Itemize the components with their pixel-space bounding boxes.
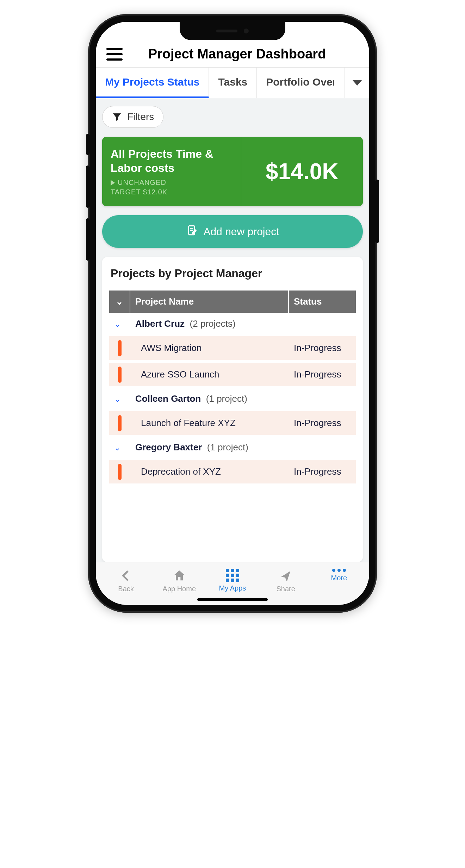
kpi-change: UNCHANGED — [111, 179, 232, 187]
group-row[interactable]: ⌄ Gregory Baxter (1 project) — [109, 436, 356, 458]
bottom-nav: Back App Home My Apps Share More — [96, 562, 369, 605]
add-project-label: Add new project — [203, 226, 279, 238]
chevron-left-icon — [119, 569, 133, 583]
device-notch — [180, 22, 285, 40]
nav-label: App Home — [163, 585, 196, 593]
manager-count: (1 project) — [206, 393, 247, 404]
tab-tasks[interactable]: Tasks — [209, 68, 257, 98]
manager-count: (1 project) — [207, 442, 248, 452]
group-row[interactable]: ⌄ Colleen Garton (1 project) — [109, 388, 356, 410]
grid-icon — [226, 569, 239, 582]
add-new-project-button[interactable]: Add new project — [102, 215, 363, 248]
document-edit-icon — [186, 224, 198, 239]
table-header-row: ⌄ Project Name Status — [109, 291, 356, 313]
status-color-bar — [118, 340, 122, 356]
project-status-cell: In-Progress — [289, 410, 356, 436]
kpi-card-labor-costs[interactable]: All Projects Time & Labor costs UNCHANGE… — [102, 137, 363, 206]
kpi-target: TARGET $12.0K — [111, 188, 232, 196]
nav-my-apps[interactable]: My Apps — [213, 569, 252, 592]
header-status[interactable]: Status — [289, 291, 356, 313]
menu-icon[interactable] — [106, 48, 123, 61]
projects-table-wrap[interactable]: ⌄ Project Name Status ⌄ Alber — [109, 291, 356, 562]
home-icon — [172, 569, 186, 583]
nav-label: My Apps — [219, 584, 246, 592]
manager-name: Albert Cruz — [135, 318, 185, 329]
filters-button[interactable]: Filters — [102, 106, 163, 128]
header-project-name[interactable]: Project Name — [130, 291, 289, 313]
projects-by-manager-card: Projects by Project Manager ⌄ Project Na… — [102, 257, 363, 562]
table-row[interactable]: Deprecation of XYZ In-Progress — [109, 458, 356, 485]
group-row[interactable]: ⌄ Albert Cruz (2 projects) — [109, 313, 356, 335]
funnel-icon — [112, 112, 122, 122]
home-indicator — [197, 598, 268, 601]
nav-label: Back — [118, 585, 134, 593]
chevron-down-icon: ⌄ — [116, 296, 123, 307]
project-name-cell: Azure SSO Launch — [130, 361, 289, 388]
nav-more[interactable]: More — [320, 569, 358, 582]
dashboard-body: Filters All Projects Time & Labor costs … — [96, 98, 369, 562]
manager-name: Gregory Baxter — [135, 442, 202, 452]
caret-down-icon — [352, 80, 362, 86]
kpi-title: All Projects Time & Labor costs — [111, 147, 232, 175]
tabs-overflow-dropdown[interactable] — [345, 68, 369, 98]
project-name-cell: Deprecation of XYZ — [130, 458, 289, 485]
status-color-bar — [118, 464, 122, 480]
kpi-left: All Projects Time & Labor costs UNCHANGE… — [102, 137, 241, 206]
chevron-down-icon: ⌄ — [114, 320, 120, 329]
kpi-value: $14.0K — [266, 158, 338, 185]
more-dots-icon — [332, 569, 346, 572]
projects-card-title: Projects by Project Manager — [109, 267, 356, 280]
status-color-bar — [118, 415, 122, 431]
tabs-bar: My Projects Status Tasks Portfolio Over — [96, 68, 369, 98]
chevron-down-icon: ⌄ — [114, 395, 120, 404]
manager-name: Colleen Garton — [135, 393, 201, 404]
nav-label: More — [331, 574, 347, 582]
page-title: Project Manager Dashboard — [130, 46, 359, 62]
manager-count: (2 projects) — [190, 318, 236, 329]
tab-my-projects-status[interactable]: My Projects Status — [96, 68, 209, 98]
table-row[interactable]: Launch of Feature XYZ In-Progress — [109, 410, 356, 436]
table-row[interactable]: Azure SSO Launch In-Progress — [109, 361, 356, 388]
projects-table: ⌄ Project Name Status ⌄ Alber — [109, 291, 356, 485]
filters-label: Filters — [127, 111, 154, 123]
nav-back[interactable]: Back — [107, 569, 145, 593]
play-icon — [111, 180, 115, 186]
phone-frame: Project Manager Dashboard My Projects St… — [88, 14, 377, 613]
project-name-cell: AWS Migration — [130, 335, 289, 361]
kpi-right: $14.0K — [241, 137, 363, 206]
header-expand-col[interactable]: ⌄ — [109, 291, 130, 313]
nav-app-home[interactable]: App Home — [160, 569, 199, 593]
nav-share[interactable]: Share — [266, 569, 305, 593]
share-icon — [279, 569, 293, 583]
project-status-cell: In-Progress — [289, 361, 356, 388]
chevron-down-icon: ⌄ — [114, 443, 120, 452]
table-row[interactable]: AWS Migration In-Progress — [109, 335, 356, 361]
project-name-cell: Launch of Feature XYZ — [130, 410, 289, 436]
status-color-bar — [118, 367, 122, 383]
tab-portfolio-overview[interactable]: Portfolio Over — [257, 68, 334, 98]
project-status-cell: In-Progress — [289, 458, 356, 485]
nav-label: Share — [276, 585, 295, 593]
screen: Project Manager Dashboard My Projects St… — [96, 22, 369, 605]
project-status-cell: In-Progress — [289, 335, 356, 361]
